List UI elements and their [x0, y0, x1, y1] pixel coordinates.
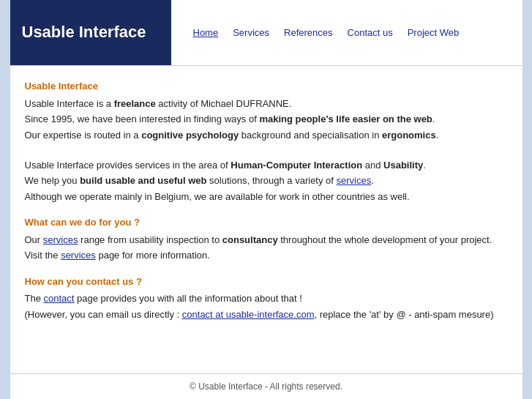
- nav-references[interactable]: References: [284, 27, 332, 38]
- section-contact-heading: How can you contact us ?: [25, 275, 508, 289]
- section-about-heading: Usable Interface: [25, 79, 508, 94]
- nav-area: Home Services References Contact us Proj…: [171, 0, 460, 65]
- consultancy-bold: consultancy: [222, 234, 278, 245]
- services-link2[interactable]: services: [43, 234, 78, 245]
- email-link[interactable]: contact at usable-interface.com: [182, 309, 315, 320]
- contact-line2: (However, you can email us directly : co…: [25, 307, 508, 322]
- contact-link[interactable]: contact: [44, 293, 75, 304]
- header: Usable Interface Home Services Reference…: [10, 0, 522, 66]
- about-line2: Since 1995, we have been interested in f…: [25, 112, 508, 127]
- nav-project-web[interactable]: Project Web: [408, 27, 460, 38]
- making-bold: making people's life easier on the web: [259, 113, 432, 124]
- footer-text: © Usable Interface - All rights reserved…: [190, 381, 342, 392]
- section-what-heading: What can we do for you ?: [25, 215, 508, 230]
- about-line1: Usable Interface is a freelance activity…: [25, 97, 508, 111]
- main-content: Usable Interface Usable Interface is a f…: [10, 66, 522, 373]
- nav-home[interactable]: Home: [193, 27, 219, 38]
- page-wrapper: Usable Interface Home Services Reference…: [10, 0, 522, 399]
- what-line1: Our services range from usability inspec…: [25, 233, 508, 247]
- about-line6: Although we operate mainly in Belgium, w…: [25, 190, 508, 204]
- section-about: Usable Interface Usable Interface is a f…: [25, 79, 508, 204]
- what-line2: Visit the services page for more informa…: [25, 248, 508, 263]
- cognitive-bold: cognitive psychology: [141, 130, 239, 141]
- usability-bold: Usability: [383, 160, 423, 171]
- footer: © Usable Interface - All rights reserved…: [10, 373, 522, 399]
- services-link1[interactable]: services: [337, 175, 372, 186]
- services-link3[interactable]: services: [61, 250, 96, 261]
- about-line5: We help you build usable and useful web …: [25, 174, 508, 188]
- about-line4: Usable Interface provides services in th…: [25, 158, 508, 173]
- section-what: What can we do for you ? Our services ra…: [25, 215, 508, 263]
- hci-bold: Human-Computer Interaction: [231, 160, 362, 171]
- contact-line1: The contact page provides you with all t…: [25, 291, 508, 306]
- freelance-bold: freelance: [114, 98, 156, 109]
- ergonomics-bold: ergonomics: [382, 130, 436, 141]
- nav-services[interactable]: Services: [233, 27, 269, 38]
- build-bold: build usable and useful web: [80, 175, 206, 186]
- section-contact: How can you contact us ? The contact pag…: [25, 275, 508, 322]
- nav-contact[interactable]: Contact us: [348, 27, 393, 38]
- logo-text: Usable Interface: [22, 23, 146, 42]
- about-line3: Our expertise is routed in a cognitive p…: [25, 128, 508, 143]
- logo-area: Usable Interface: [10, 0, 171, 65]
